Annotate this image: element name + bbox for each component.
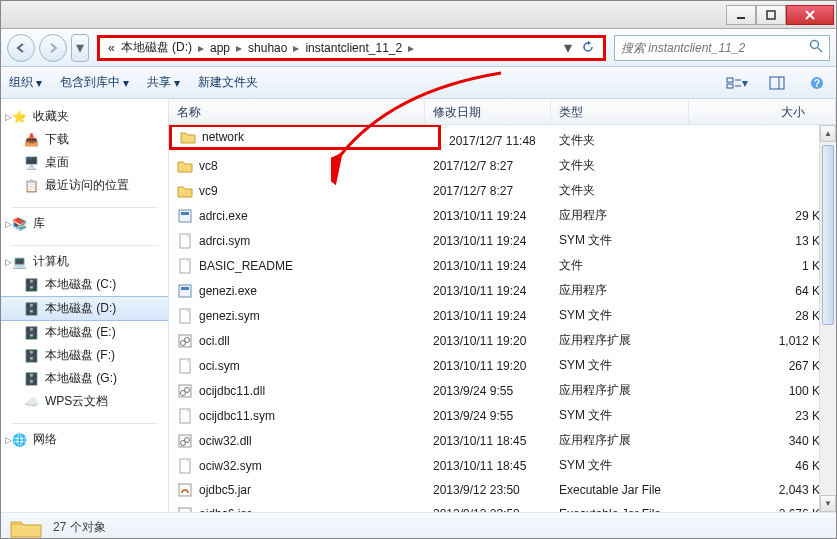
file-row[interactable]: ocijdbc11.sym2013/9/24 9:55SYM 文件23 KB (169, 403, 836, 428)
nav-row: ▾ « 本地磁盘 (D:) ▸ app ▸ shuhao ▸ instantcl… (1, 29, 836, 67)
column-header-name[interactable]: 名称 (169, 99, 425, 124)
sidebar-libraries[interactable]: ▷📚库 (1, 212, 168, 235)
column-header-type[interactable]: 类型 (551, 99, 689, 124)
file-icon (177, 458, 193, 474)
close-button[interactable] (786, 5, 834, 25)
file-type: SYM 文件 (551, 230, 689, 251)
file-list[interactable]: network2017/12/7 11:48文件夹vc82017/12/7 8:… (169, 125, 836, 512)
history-dropdown[interactable]: ▾ (71, 34, 89, 62)
file-type: 应用程序扩展 (551, 430, 689, 451)
file-row[interactable]: oci.dll2013/10/11 19:20应用程序扩展1,012 KB (169, 328, 836, 353)
file-type: 文件夹 (551, 155, 689, 176)
folder-icon (177, 183, 193, 199)
sidebar-item-drive-f[interactable]: 🗄️本地磁盘 (F:) (1, 344, 168, 367)
scroll-thumb[interactable] (822, 145, 834, 325)
scroll-up-button[interactable]: ▲ (820, 125, 836, 142)
svg-point-4 (811, 40, 819, 48)
sidebar-item-desktop[interactable]: 🖥️桌面 (1, 151, 168, 174)
file-row[interactable]: ocijdbc11.dll2013/9/24 9:55应用程序扩展100 KB (169, 378, 836, 403)
file-name: ojdbc6.jar (199, 507, 251, 512)
file-row[interactable]: adrci.sym2013/10/11 19:24SYM 文件13 KB (169, 228, 836, 253)
search-input[interactable] (621, 41, 803, 55)
file-row[interactable]: genezi.sym2013/10/11 19:24SYM 文件28 KB (169, 303, 836, 328)
file-row[interactable]: network (169, 125, 441, 150)
refresh-button[interactable] (579, 39, 597, 57)
file-row[interactable]: BASIC_README2013/10/11 19:24文件1 KB (169, 253, 836, 278)
file-size: 267 KB (689, 357, 836, 375)
breadcrumb-part[interactable]: shuhao (246, 41, 289, 55)
back-button[interactable] (7, 34, 35, 62)
file-row[interactable]: vc82017/12/7 8:27文件夹 (169, 153, 836, 178)
tree-toggle-icon[interactable]: ▷ (5, 257, 12, 267)
address-dropdown[interactable]: ▾ (559, 38, 577, 57)
file-name: vc8 (199, 159, 218, 173)
sidebar-item-drive-e[interactable]: 🗄️本地磁盘 (E:) (1, 321, 168, 344)
tree-toggle-icon[interactable]: ▷ (5, 112, 12, 122)
file-size: 23 KB (689, 407, 836, 425)
file-row[interactable]: ociw32.dll2013/10/11 18:45应用程序扩展340 KB (169, 428, 836, 453)
sidebar-favorites[interactable]: ▷⭐收藏夹 (1, 105, 168, 128)
help-button[interactable]: ? (806, 73, 828, 93)
drive-icon: 🗄️ (23, 301, 39, 317)
view-options-button[interactable]: ▾ (726, 73, 748, 93)
file-row[interactable]: ociw32.sym2013/10/11 18:45SYM 文件46 KB (169, 453, 836, 478)
share-menu[interactable]: 共享 ▾ (147, 74, 180, 91)
forward-button[interactable] (39, 34, 67, 62)
file-date: 2013/9/24 9:55 (425, 382, 551, 400)
file-row[interactable]: genezi.exe2013/10/11 19:24应用程序64 KB (169, 278, 836, 303)
new-folder-button[interactable]: 新建文件夹 (198, 74, 258, 91)
breadcrumb-sep: ▸ (196, 41, 206, 55)
sidebar-item-downloads[interactable]: 📥下载 (1, 128, 168, 151)
svg-rect-6 (727, 78, 733, 82)
sidebar-item-wps[interactable]: ☁️WPS云文档 (1, 390, 168, 413)
address-bar[interactable]: « 本地磁盘 (D:) ▸ app ▸ shuhao ▸ instantclie… (97, 35, 606, 61)
breadcrumb-sep: ▸ (234, 41, 244, 55)
svg-text:?: ? (814, 78, 820, 89)
file-size (689, 189, 836, 193)
search-box[interactable] (614, 35, 830, 61)
breadcrumb-part[interactable]: 本地磁盘 (D:) (119, 39, 194, 56)
tree-toggle-icon[interactable]: ▷ (5, 435, 12, 445)
status-bar: 27 个对象 (1, 512, 836, 539)
sidebar-network[interactable]: ▷🌐网络 (1, 428, 168, 451)
tree-toggle-icon[interactable]: ▷ (5, 219, 12, 229)
file-date: 2013/10/11 18:45 (425, 457, 551, 475)
file-row[interactable]: adrci.exe2013/10/11 19:24应用程序29 KB (169, 203, 836, 228)
column-header-size[interactable]: 大小 (689, 99, 836, 124)
file-size: 46 KB (689, 457, 836, 475)
preview-pane-button[interactable] (766, 73, 788, 93)
file-name: vc9 (199, 184, 218, 198)
sidebar-item-drive-d[interactable]: 🗄️本地磁盘 (D:) (1, 296, 168, 321)
file-date: 2013/10/11 19:24 (425, 232, 551, 250)
file-row[interactable]: ojdbc6.jar2013/9/12 23:50Executable Jar … (169, 502, 836, 512)
svg-rect-19 (181, 287, 189, 290)
file-row[interactable]: vc92017/12/7 8:27文件夹 (169, 178, 836, 203)
file-row[interactable]: ojdbc5.jar2013/9/12 23:50Executable Jar … (169, 478, 836, 502)
file-size (689, 164, 836, 168)
minimize-button[interactable] (726, 5, 756, 25)
file-name: genezi.exe (199, 284, 257, 298)
dll-icon (177, 383, 193, 399)
file-type: SYM 文件 (551, 405, 689, 426)
exe-icon (177, 208, 193, 224)
file-size: 64 KB (689, 282, 836, 300)
include-in-library[interactable]: 包含到库中 ▾ (60, 74, 129, 91)
network-icon: 🌐 (11, 432, 27, 448)
breadcrumb-prefix: « (106, 41, 117, 55)
sidebar-item-drive-c[interactable]: 🗄️本地磁盘 (C:) (1, 273, 168, 296)
sidebar-item-drive-g[interactable]: 🗄️本地磁盘 (G:) (1, 367, 168, 390)
sidebar-computer[interactable]: ▷💻计算机 (1, 250, 168, 273)
sidebar-item-recent[interactable]: 📋最近访问的位置 (1, 174, 168, 197)
breadcrumb-part[interactable]: instantclient_11_2 (303, 41, 404, 55)
scroll-down-button[interactable]: ▼ (820, 495, 836, 512)
file-name: ocijdbc11.sym (199, 409, 275, 423)
file-row[interactable]: oci.sym2013/10/11 19:20SYM 文件267 KB (169, 353, 836, 378)
organize-menu[interactable]: 组织 ▾ (9, 74, 42, 91)
drive-icon: 🗄️ (23, 348, 39, 364)
column-header-date[interactable]: 修改日期 (425, 99, 551, 124)
titlebar (1, 1, 836, 29)
breadcrumb-part[interactable]: app (208, 41, 232, 55)
file-name: ojdbc5.jar (199, 483, 251, 497)
maximize-button[interactable] (756, 5, 786, 25)
scrollbar[interactable]: ▲ ▼ (819, 125, 836, 512)
